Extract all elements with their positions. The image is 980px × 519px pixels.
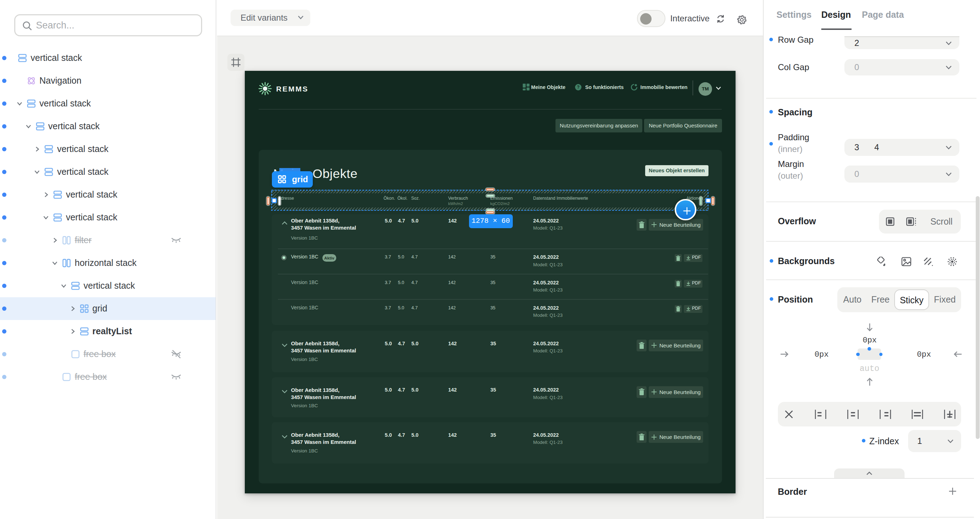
svg-text:?: ? [577,85,579,90]
